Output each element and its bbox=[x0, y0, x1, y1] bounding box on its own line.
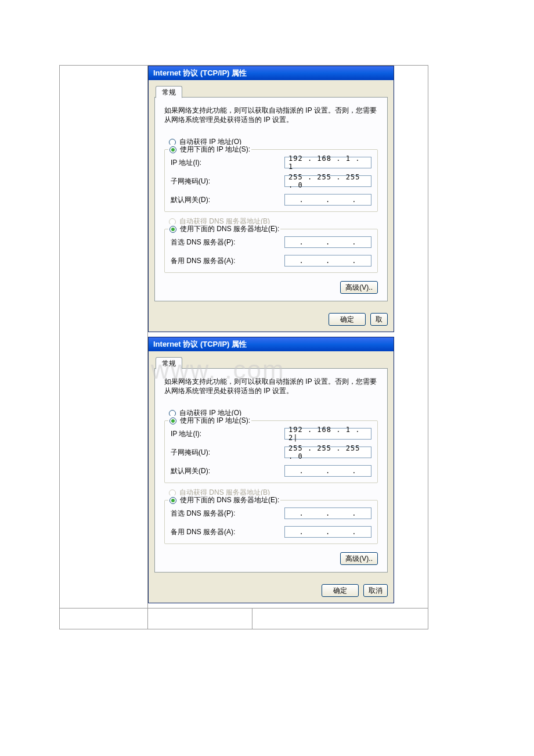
tcpip-dialog-2: Internet 协议 (TCP/IP) 属性 常规 如果网络支持此功能，则可以… bbox=[148, 337, 394, 603]
advanced-button[interactable]: 高级(V).. bbox=[340, 281, 378, 294]
dialog-title: Internet 协议 (TCP/IP) 属性 bbox=[153, 339, 247, 350]
radio-label: 使用下面的 IP 地址(S): bbox=[180, 145, 250, 154]
dns2-label: 备用 DNS 服务器(A): bbox=[171, 256, 235, 266]
gateway-label: 默认网关(D): bbox=[171, 195, 210, 205]
mask-label: 子网掩码(U): bbox=[171, 177, 210, 186]
gateway-input[interactable]: ... bbox=[284, 194, 371, 206]
titlebar[interactable]: Internet 协议 (TCP/IP) 属性 bbox=[149, 337, 394, 351]
radio-icon[interactable] bbox=[169, 146, 176, 153]
tab-strip: 常规 bbox=[154, 356, 388, 369]
cancel-button[interactable]: 取消 bbox=[363, 584, 388, 597]
radio-label: 使用下面的 DNS 服务器地址(E): bbox=[180, 224, 279, 234]
radio-label: 使用下面的 IP 地址(S): bbox=[180, 416, 250, 426]
dialog-title: Internet 协议 (TCP/IP) 属性 bbox=[153, 68, 247, 78]
ip-input[interactable]: 192 . 168 . 1 . 2| bbox=[284, 428, 371, 440]
dns1-input[interactable]: ... bbox=[284, 236, 371, 248]
left-empty-cell bbox=[60, 66, 148, 609]
ip-groupbox: 使用下面的 IP 地址(S): IP 地址(I): 192 . 168 . 1 … bbox=[164, 420, 378, 483]
dns1-input[interactable]: ... bbox=[284, 507, 371, 519]
ip-label: IP 地址(I): bbox=[171, 158, 201, 168]
document-table: Internet 协议 (TCP/IP) 属性 常规 如果网络支持此功能，则可以… bbox=[59, 65, 428, 629]
dns-groupbox: 使用下面的 DNS 服务器地址(E): 首选 DNS 服务器(P): ... 备… bbox=[164, 500, 378, 544]
tab-general[interactable]: 常规 bbox=[156, 86, 182, 98]
radio-icon[interactable] bbox=[169, 226, 176, 233]
dns2-input[interactable]: ... bbox=[284, 255, 371, 267]
radio-label: 使用下面的 DNS 服务器地址(E): bbox=[180, 495, 279, 505]
mask-label: 子网掩码(U): bbox=[171, 448, 210, 458]
ok-button[interactable]: 确定 bbox=[329, 313, 366, 326]
ip-groupbox: 使用下面的 IP 地址(S): IP 地址(I): 192 . 168 . 1 … bbox=[164, 149, 378, 212]
tab-strip: 常规 bbox=[154, 85, 388, 98]
dns2-label: 备用 DNS 服务器(A): bbox=[171, 527, 235, 537]
dns-groupbox: 使用下面的 DNS 服务器地址(E): 首选 DNS 服务器(P): ... 备… bbox=[164, 229, 378, 273]
tab-general[interactable]: 常规 bbox=[156, 357, 182, 369]
gateway-label: 默认网关(D): bbox=[171, 466, 210, 476]
ok-button[interactable]: 确定 bbox=[322, 584, 359, 597]
dns1-label: 首选 DNS 服务器(P): bbox=[171, 237, 235, 247]
intro-text: 如果网络支持此功能，则可以获取自动指派的 IP 设置。否则，您需要从网络系统管理… bbox=[164, 377, 378, 395]
mask-input[interactable]: 255 . 255 . 255 . 0 bbox=[284, 447, 371, 458]
radio-icon[interactable] bbox=[169, 497, 176, 504]
tcpip-dialog-1: Internet 协议 (TCP/IP) 属性 常规 如果网络支持此功能，则可以… bbox=[148, 66, 394, 332]
ip-input[interactable]: 192 . 168 . 1 . 1 bbox=[284, 157, 371, 168]
bottom-mid-cell bbox=[148, 609, 252, 629]
radio-icon[interactable] bbox=[169, 417, 176, 424]
gateway-input[interactable]: ... bbox=[284, 465, 371, 477]
cancel-button[interactable]: 取 bbox=[370, 313, 388, 326]
intro-text: 如果网络支持此功能，则可以获取自动指派的 IP 设置。否则，您需要从网络系统管理… bbox=[164, 106, 378, 124]
advanced-button[interactable]: 高级(V).. bbox=[340, 552, 378, 565]
bottom-right-cell bbox=[252, 609, 428, 629]
titlebar[interactable]: Internet 协议 (TCP/IP) 属性 bbox=[149, 66, 394, 80]
dns2-input[interactable]: ... bbox=[284, 526, 371, 538]
right-content-cell: Internet 协议 (TCP/IP) 属性 常规 如果网络支持此功能，则可以… bbox=[148, 66, 428, 609]
ip-label: IP 地址(I): bbox=[171, 429, 201, 439]
mask-input[interactable]: 255 . 255 . 255 . 0 bbox=[284, 175, 371, 187]
dns1-label: 首选 DNS 服务器(P): bbox=[171, 509, 235, 519]
bottom-left-cell bbox=[60, 609, 148, 629]
